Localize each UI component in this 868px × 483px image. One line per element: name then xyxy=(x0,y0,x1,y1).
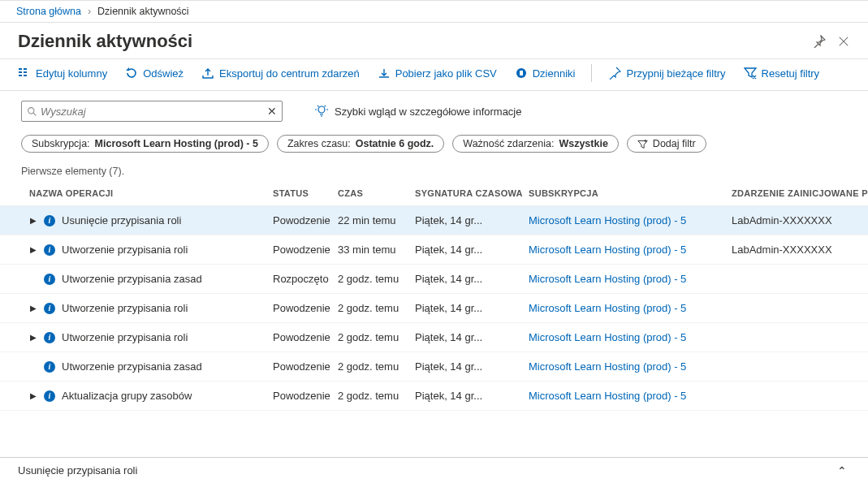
operation-name: Utworzenie przypisania zasad xyxy=(62,360,202,373)
lightbulb-icon xyxy=(315,105,328,118)
subscription-link[interactable]: Microsoft Learn Hosting (prod) - 5 xyxy=(529,302,686,314)
time-cell: 2 godz. temu xyxy=(338,390,415,402)
svg-point-3 xyxy=(318,106,325,113)
info-icon: i xyxy=(44,303,55,314)
status-cell: Powodzenie xyxy=(273,214,338,226)
search-input-wrapper[interactable]: ✕ xyxy=(21,101,283,122)
status-cell: Powodzenie xyxy=(273,390,338,402)
status-cell: Powodzenie xyxy=(273,360,338,373)
search-icon xyxy=(27,106,37,117)
time-cell: 2 godz. temu xyxy=(338,273,415,285)
breadcrumb-home-link[interactable]: Strona główna xyxy=(16,6,81,17)
col-timestamp[interactable]: SYGNATURA CZASOWA xyxy=(415,188,529,198)
refresh-button[interactable]: Odśwież xyxy=(125,67,184,80)
filter-severity[interactable]: Ważność zdarzenia: Wszystkie xyxy=(452,135,619,153)
operation-name: Utworzenie przypisania roli xyxy=(62,331,188,343)
activity-table: NAZWA OPERACJI STATUS CZAS SYGNATURA CZA… xyxy=(0,180,868,411)
time-cell: 2 godz. temu xyxy=(338,331,415,343)
svg-rect-1 xyxy=(520,71,523,75)
edit-columns-button[interactable]: Edytuj kolumny xyxy=(18,67,107,80)
status-cell: Rozpoczęto xyxy=(273,273,338,285)
operation-name: Aktualizacja grupy zasobów xyxy=(62,390,192,402)
subscription-link[interactable]: Microsoft Learn Hosting (prod) - 5 xyxy=(529,214,686,226)
operation-name: Utworzenie przypisania roli xyxy=(62,302,188,314)
logs-icon xyxy=(515,67,528,80)
expand-caret-icon[interactable] xyxy=(29,333,37,342)
svg-point-2 xyxy=(28,107,34,113)
operation-name: Utworzenie przypisania zasad xyxy=(62,273,202,285)
subscription-link[interactable]: Microsoft Learn Hosting (prod) - 5 xyxy=(529,273,686,285)
page-title: Dziennik aktywności xyxy=(18,31,801,52)
initiated-by-cell: LabAdmin-XXXXXXX xyxy=(732,214,868,226)
chevron-up-icon[interactable]: ⌃ xyxy=(837,464,847,477)
subscription-link[interactable]: Microsoft Learn Hosting (prod) - 5 xyxy=(529,244,686,256)
columns-icon xyxy=(18,67,31,80)
results-summary: Pierwsze elementy (7). xyxy=(0,157,868,180)
info-icon: i xyxy=(44,274,55,285)
col-time[interactable]: CZAS xyxy=(338,188,415,198)
timestamp-cell: Piątek, 14 gr... xyxy=(415,244,529,256)
time-cell: 22 min temu xyxy=(338,214,415,226)
chevron-right-icon: › xyxy=(88,6,91,17)
filter-timerange[interactable]: Zakres czasu: Ostatnie 6 godz. xyxy=(277,135,444,153)
close-icon[interactable] xyxy=(837,35,850,48)
subscription-link[interactable]: Microsoft Learn Hosting (prod) - 5 xyxy=(529,331,686,343)
expand-caret-icon[interactable] xyxy=(29,245,37,254)
filter-subscription[interactable]: Subskrypcja: Microsoft Learn Hosting (pr… xyxy=(21,135,269,153)
pin-icon xyxy=(608,67,621,80)
initiated-by-cell: LabAdmin-XXXXXXX xyxy=(732,244,868,256)
reset-filters-button[interactable]: Resetuj filtry xyxy=(744,67,820,80)
table-row[interactable]: iAktualizacja grupy zasobówPowodzenie2 g… xyxy=(0,382,868,411)
logs-button[interactable]: Dzienniki xyxy=(515,67,576,80)
table-row[interactable]: iUsunięcie przypisania roliPowodzenie22 … xyxy=(0,206,868,235)
download-icon xyxy=(378,67,391,80)
expand-caret-icon[interactable] xyxy=(29,391,37,400)
timestamp-cell: Piątek, 14 gr... xyxy=(415,273,529,285)
refresh-icon xyxy=(125,67,138,80)
download-csv-button[interactable]: Pobierz jako plik CSV xyxy=(378,67,497,80)
command-bar: Edytuj kolumny Odśwież Eksportuj do cent… xyxy=(0,58,868,91)
info-icon: i xyxy=(44,361,55,373)
info-icon: i xyxy=(44,215,55,226)
subscription-link[interactable]: Microsoft Learn Hosting (prod) - 5 xyxy=(529,360,686,373)
details-pane-header[interactable]: Usunięcie przypisania roli ⌃ xyxy=(0,457,868,483)
toolbar-separator xyxy=(591,64,592,82)
search-input[interactable] xyxy=(37,105,267,119)
breadcrumb: Strona główna › Dziennik aktywności xyxy=(0,0,868,23)
table-row[interactable]: iUtworzenie przypisania zasadPowodzenie2… xyxy=(0,352,868,382)
info-icon: i xyxy=(44,390,55,402)
table-row[interactable]: iUtworzenie przypisania roliPowodzenie33… xyxy=(0,235,868,265)
add-filter-icon xyxy=(637,139,648,149)
operation-name: Utworzenie przypisania roli xyxy=(62,244,188,256)
status-cell: Powodzenie xyxy=(273,244,338,256)
col-subscription[interactable]: SUBSKRYPCJA xyxy=(529,188,732,198)
col-initiated[interactable]: ZDARZENIE ZAINICJOWANE PRZEZ xyxy=(732,188,868,198)
expand-caret-icon[interactable] xyxy=(29,216,37,225)
add-filter-button[interactable]: Dodaj filtr xyxy=(627,135,706,153)
time-cell: 33 min temu xyxy=(338,244,415,256)
operation-name: Usunięcie przypisania roli xyxy=(62,214,181,226)
breadcrumb-current: Dziennik aktywności xyxy=(97,6,189,17)
table-row[interactable]: iUtworzenie przypisania roliPowodzenie2 … xyxy=(0,294,868,323)
pin-filters-button[interactable]: Przypnij bieżące filtry xyxy=(608,67,725,80)
details-title: Usunięcie przypisania roli xyxy=(18,464,137,477)
timestamp-cell: Piątek, 14 gr... xyxy=(415,360,529,373)
timestamp-cell: Piątek, 14 gr... xyxy=(415,302,529,314)
table-row[interactable]: iUtworzenie przypisania roliPowodzenie2 … xyxy=(0,323,868,352)
subscription-link[interactable]: Microsoft Learn Hosting (prod) - 5 xyxy=(529,390,686,402)
time-cell: 2 godz. temu xyxy=(338,302,415,314)
info-icon: i xyxy=(44,332,55,343)
time-cell: 2 godz. temu xyxy=(338,360,415,373)
pin-icon[interactable] xyxy=(813,35,826,48)
col-status[interactable]: STATUS xyxy=(273,188,338,198)
clear-search-icon[interactable]: ✕ xyxy=(267,105,277,118)
export-hub-button[interactable]: Eksportuj do centrum zdarzeń xyxy=(201,67,360,80)
table-row[interactable]: iUtworzenie przypisania zasadRozpoczęto2… xyxy=(0,265,868,294)
expand-caret-icon[interactable] xyxy=(29,304,37,313)
timestamp-cell: Piątek, 14 gr... xyxy=(415,214,529,226)
info-icon: i xyxy=(44,244,55,256)
col-operation[interactable]: NAZWA OPERACJI xyxy=(29,188,273,198)
status-cell: Powodzenie xyxy=(273,302,338,314)
quick-insights-button[interactable]: Szybki wgląd w szczegółowe informacje xyxy=(315,105,521,118)
status-cell: Powodzenie xyxy=(273,331,338,343)
